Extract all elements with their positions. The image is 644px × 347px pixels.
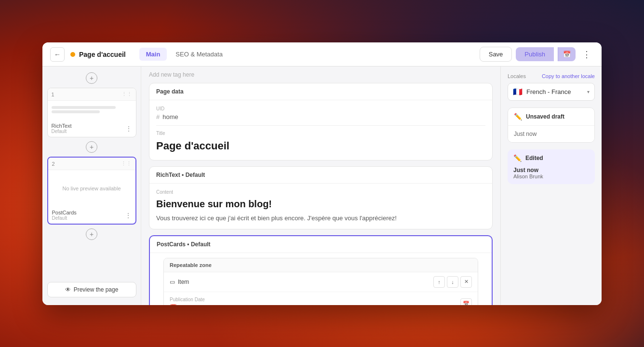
pub-date-field: Publication Date 📅 10 / 31 / 2023 📅: [164, 292, 478, 306]
title-label: Title: [156, 131, 485, 136]
locale-name: French - France: [526, 88, 583, 95]
add-block-middle-button[interactable]: +: [86, 141, 97, 153]
more-options-button[interactable]: ⋮: [579, 47, 594, 62]
postcards-header: PostCards • Default: [150, 236, 492, 253]
preview-line: [52, 106, 116, 109]
sidebar-item-2-more-button[interactable]: ⋮: [125, 212, 132, 219]
locale-dropdown[interactable]: 🇫🇷 French - France ▾: [508, 83, 595, 101]
status-dot: [70, 52, 75, 57]
sidebar-label-text-2: PostCards Default: [52, 210, 77, 221]
sidebar-item-1[interactable]: 1 ⋮⋮ RichText Default ⋮: [47, 88, 136, 137]
sidebar-label-2: PostCards Default ⋮: [48, 207, 135, 224]
richtext-content: Content Bienvenue sur mon blog! Vous tro…: [149, 184, 492, 229]
repeatable-zone: Repeatable zone ▭ Item ↑ ↓ ✕: [163, 258, 478, 306]
page-title: Page d'accueil: [79, 51, 126, 58]
item-number-2: 2: [52, 161, 55, 167]
add-block-top-button[interactable]: +: [86, 72, 97, 84]
item-controls: ↑ ↓ ✕: [433, 276, 472, 288]
tabs: Main SEO & Metadata: [139, 48, 229, 61]
center-content: Add new tag here Page data UID # home Ti…: [141, 67, 500, 305]
draft-title: Unsaved draft: [526, 113, 564, 120]
delete-item-button[interactable]: ✕: [460, 276, 472, 288]
topbar: ← Page d'accueil Main SEO & Metadata Sav…: [42, 42, 602, 67]
page-data-fields: UID # home Title: [149, 100, 492, 160]
back-button[interactable]: ←: [50, 47, 65, 62]
item-label: ▭ Item: [170, 279, 189, 285]
item-preview-1: [48, 101, 136, 120]
sidebar-item-2[interactable]: 2 ⋮⋮ No live preview available PostCards…: [47, 157, 136, 225]
chevron-down-icon: ▾: [587, 89, 590, 94]
edited-header: ✏️ Edited: [508, 149, 595, 167]
item-icon: ▭: [170, 279, 175, 285]
left-sidebar: + 1 ⋮⋮ RichText Default ⋮: [42, 67, 141, 305]
draft-icon: ✏️: [514, 113, 522, 120]
edited-time: Just now: [513, 167, 589, 174]
richtext-body: Vous trouverez ici ce que j'ai écrit et …: [156, 214, 485, 223]
edited-section: ✏️ Edited Just now Alison Brunk: [508, 149, 595, 184]
edited-icon: ✏️: [513, 154, 522, 162]
no-preview-text: No live preview available: [52, 174, 132, 203]
richtext-card: RichText • Default Content Bienvenue sur…: [149, 166, 493, 229]
repeatable-item: ▭ Item ↑ ↓ ✕: [164, 272, 478, 292]
uid-label: UID: [156, 106, 485, 111]
save-button[interactable]: Save: [480, 47, 512, 62]
item-name: Item: [178, 279, 189, 285]
main-content: + 1 ⋮⋮ RichText Default ⋮: [42, 67, 602, 305]
edited-user: Alison Brunk: [513, 174, 589, 179]
richtext-header: RichText • Default: [149, 167, 492, 184]
hash-icon: #: [156, 113, 160, 120]
publish-button[interactable]: Publish: [516, 47, 554, 61]
preview-page-button[interactable]: 👁 Preview the page: [47, 282, 136, 297]
sidebar-label-text-1: RichText Default: [52, 123, 72, 134]
locale-flag: 🇫🇷: [513, 87, 523, 96]
tab-seo[interactable]: SEO & Metadata: [169, 48, 229, 61]
publish-calendar-button[interactable]: 📅: [558, 47, 576, 61]
locale-section: Locales Copy to another locale 🇫🇷 French…: [508, 73, 595, 101]
preview-icon: 👁: [65, 286, 71, 293]
title-input[interactable]: [156, 138, 485, 154]
draft-header: ✏️ Unsaved draft: [508, 108, 594, 126]
preview-label: Preview the page: [74, 286, 119, 293]
page-title-wrapper: Page d'accueil: [70, 51, 126, 58]
topbar-right: Save Publish 📅 ⋮: [480, 47, 594, 62]
add-block-bottom-button[interactable]: +: [86, 228, 97, 240]
page-data-card: Page data UID # home Title: [149, 83, 493, 160]
item-preview-2: No live preview available: [48, 170, 135, 207]
pub-date-calendar-button[interactable]: 📅: [460, 298, 472, 306]
unsaved-draft-section: ✏️ Unsaved draft Just now: [508, 107, 595, 143]
uid-field: # home: [156, 113, 485, 126]
pub-date-inner: Publication Date 📅 10 / 31 / 2023: [170, 297, 218, 306]
pub-date-value: 📅 10 / 31 / 2023: [170, 304, 218, 306]
sidebar-item-1-header: 1 ⋮⋮: [48, 88, 136, 101]
richtext-heading: Bienvenue sur mon blog!: [156, 199, 485, 210]
tab-main[interactable]: Main: [139, 48, 167, 61]
preview-line: [52, 110, 100, 113]
move-down-button[interactable]: ↓: [447, 276, 458, 288]
tag-placeholder: Add new tag here: [149, 71, 194, 78]
pub-date-label: Publication Date: [170, 297, 218, 302]
app-window: ← Page d'accueil Main SEO & Metadata Sav…: [42, 42, 602, 305]
repeatable-zone-header: Repeatable zone: [164, 258, 478, 272]
locales-label: Locales: [508, 73, 526, 79]
tag-bar[interactable]: Add new tag here: [149, 67, 493, 83]
sidebar-label-1: RichText Default ⋮: [48, 120, 136, 137]
sidebar-item-1-more-button[interactable]: ⋮: [125, 125, 132, 133]
item-number-1: 1: [52, 92, 54, 97]
draft-time: Just now: [508, 126, 594, 142]
edited-info: Just now Alison Brunk: [508, 167, 595, 184]
uid-value: home: [162, 113, 178, 120]
drag-handle-2: ⋮⋮: [121, 160, 132, 167]
calendar-small-icon: 📅: [170, 304, 177, 305]
move-up-button[interactable]: ↑: [433, 276, 445, 288]
edited-title: Edited: [525, 155, 543, 161]
richtext-label: Content: [156, 189, 485, 195]
locale-top: Locales Copy to another locale: [508, 73, 595, 79]
right-sidebar: Locales Copy to another locale 🇫🇷 French…: [500, 67, 602, 305]
pub-date-text: 10 / 31 / 2023: [180, 304, 218, 306]
drag-handle-1: ⋮⋮: [121, 91, 132, 97]
postcards-card: PostCards • Default Repeatable zone ▭ It…: [149, 235, 493, 306]
sidebar-item-2-header: 2 ⋮⋮: [48, 158, 135, 170]
page-data-header: Page data: [149, 83, 492, 100]
copy-locale-link[interactable]: Copy to another locale: [542, 73, 595, 79]
